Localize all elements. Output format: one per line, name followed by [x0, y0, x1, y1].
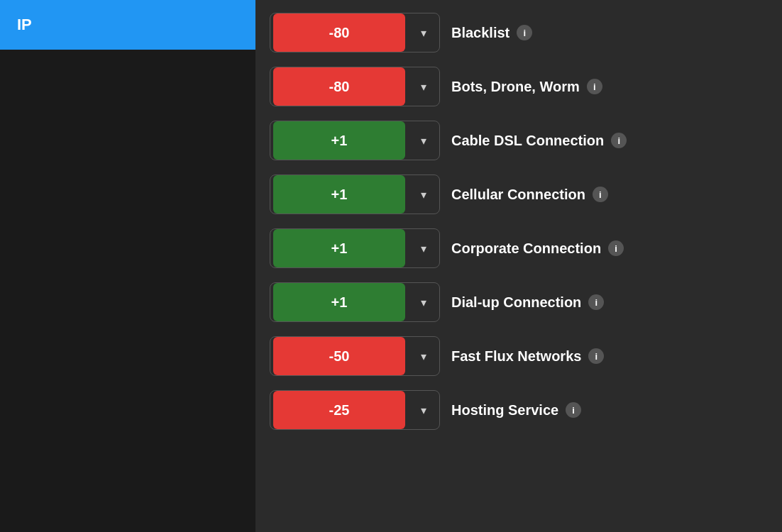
label-container-0: Blacklist i — [451, 25, 532, 41]
table-row: -50 ▾ Fast Flux Networks i — [255, 329, 782, 383]
row-label-0: Blacklist — [451, 25, 510, 41]
dropdown-6[interactable]: -50 ▾ — [270, 336, 440, 376]
info-icon-3[interactable]: i — [593, 187, 608, 202]
dropdown-arrow-7[interactable]: ▾ — [408, 404, 439, 417]
main-content: -80 ▾ Blacklist i -80 ▾ Bots, Drone, Wor… — [255, 0, 782, 532]
info-icon-5[interactable]: i — [588, 294, 604, 310]
value-badge-0: -80 — [273, 13, 405, 52]
row-label-6: Fast Flux Networks — [451, 348, 581, 365]
label-container-7: Hosting Service i — [451, 402, 581, 419]
row-label-1: Bots, Drone, Worm — [451, 79, 580, 95]
info-icon-2[interactable]: i — [611, 133, 627, 148]
info-icon-7[interactable]: i — [566, 402, 581, 418]
info-icon-0[interactable]: i — [517, 25, 532, 40]
value-badge-4: +1 — [273, 229, 405, 267]
row-label-4: Corporate Connection — [451, 240, 601, 257]
dropdown-1[interactable]: -80 ▾ — [270, 67, 440, 106]
dropdown-arrow-0[interactable]: ▾ — [408, 26, 439, 40]
table-row: +1 ▾ Cellular Connection i — [255, 167, 782, 221]
table-row: +1 ▾ Dial-up Connection i — [255, 275, 782, 329]
dropdown-0[interactable]: -80 ▾ — [270, 13, 440, 52]
dropdown-2[interactable]: +1 ▾ — [270, 121, 440, 160]
value-badge-5: +1 — [273, 283, 405, 321]
value-badge-2: +1 — [273, 121, 405, 160]
dropdown-7[interactable]: -25 ▾ — [270, 390, 440, 430]
label-container-2: Cable DSL Connection i — [451, 133, 627, 149]
dropdown-arrow-3[interactable]: ▾ — [408, 188, 439, 201]
label-container-3: Cellular Connection i — [451, 187, 608, 203]
table-row: +1 ▾ Corporate Connection i — [255, 221, 782, 275]
dropdown-arrow-6[interactable]: ▾ — [408, 350, 439, 363]
label-container-6: Fast Flux Networks i — [451, 348, 604, 365]
dropdown-4[interactable]: +1 ▾ — [270, 228, 440, 268]
sidebar-item-label: IP — [17, 16, 32, 34]
row-label-2: Cable DSL Connection — [451, 133, 604, 149]
dropdown-arrow-4[interactable]: ▾ — [408, 242, 439, 255]
value-badge-3: +1 — [273, 175, 405, 214]
dropdown-arrow-1[interactable]: ▾ — [408, 80, 439, 94]
value-badge-6: -50 — [273, 337, 405, 375]
dropdown-arrow-5[interactable]: ▾ — [408, 296, 439, 309]
row-label-3: Cellular Connection — [451, 187, 585, 203]
value-badge-1: -80 — [273, 67, 405, 106]
label-container-1: Bots, Drone, Worm i — [451, 79, 602, 95]
label-container-5: Dial-up Connection i — [451, 294, 604, 311]
table-row: -80 ▾ Bots, Drone, Worm i — [255, 60, 782, 113]
label-container-4: Corporate Connection i — [451, 240, 624, 257]
table-row: -80 ▾ Blacklist i — [255, 6, 782, 60]
info-icon-4[interactable]: i — [608, 240, 624, 256]
dropdown-5[interactable]: +1 ▾ — [270, 282, 440, 322]
dropdown-arrow-2[interactable]: ▾ — [408, 134, 439, 148]
row-label-7: Hosting Service — [451, 402, 558, 419]
table-row: -25 ▾ Hosting Service i — [255, 383, 782, 437]
row-label-5: Dial-up Connection — [451, 294, 581, 311]
sidebar-item-ip[interactable]: IP — [0, 0, 255, 50]
table-row: +1 ▾ Cable DSL Connection i — [255, 113, 782, 167]
info-icon-1[interactable]: i — [587, 79, 602, 94]
dropdown-3[interactable]: +1 ▾ — [270, 174, 440, 214]
sidebar: IP — [0, 0, 255, 532]
value-badge-7: -25 — [273, 391, 405, 429]
info-icon-6[interactable]: i — [588, 348, 604, 364]
